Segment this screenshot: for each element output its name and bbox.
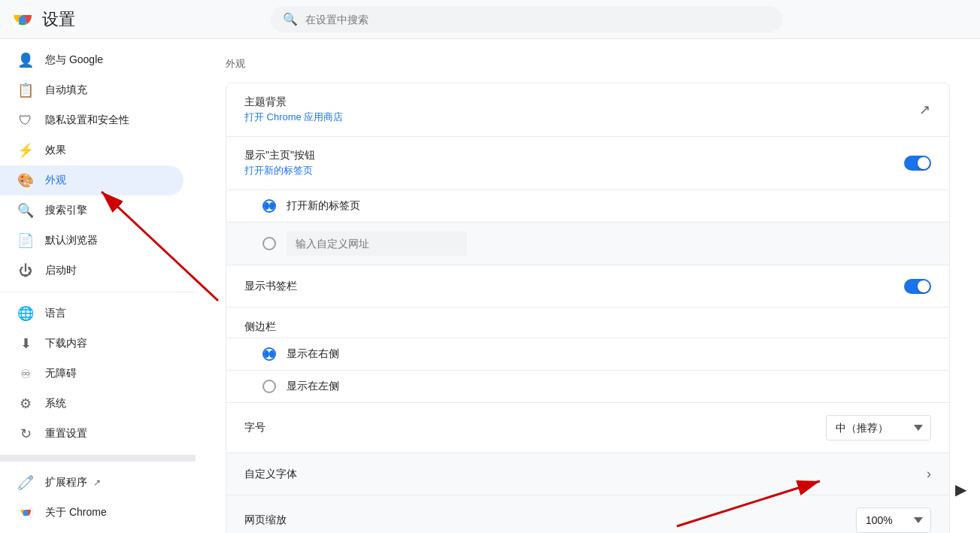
sidebar-label-startup: 启动时 — [45, 264, 77, 277]
sidebar-label-appearance: 外观 — [45, 174, 66, 187]
sidebar-label-search: 搜索引擎 — [45, 204, 87, 217]
theme-row: 主题背景 打开 Chrome 应用商店 ↗ — [226, 83, 949, 137]
sidebar-item-system[interactable]: ⚙ 系统 — [0, 389, 184, 419]
power-icon: ⏻ — [18, 263, 33, 278]
settings-icon: ⚙ — [18, 396, 33, 411]
restore-icon: ↻ — [18, 426, 33, 441]
sidebar-label-privacy: 隐私设置和安全性 — [45, 114, 129, 127]
page-title: 设置 — [42, 8, 75, 31]
search-icon: 🔍 — [283, 12, 298, 26]
home-button-title: 显示"主页"按钮 — [244, 149, 315, 162]
sidebar-right-option[interactable]: 显示在右侧 — [226, 338, 949, 371]
sidebar-label-autofill: 自动填充 — [45, 83, 87, 97]
sidebar-left-label: 显示在左侧 — [287, 380, 339, 393]
sidebar-item-appearance[interactable]: 🎨 外观 — [0, 165, 184, 195]
home-button-toggle[interactable] — [904, 156, 931, 171]
search-nav-icon: 🔍 — [18, 203, 33, 218]
sidebar-right-radio[interactable] — [262, 347, 276, 361]
sidebar-bottom-divider — [0, 455, 196, 462]
bookmarks-title: 显示书签栏 — [244, 280, 297, 293]
sidebar-item-language[interactable]: 🌐 语言 — [0, 298, 184, 329]
top-bar: 设置 🔍 — [0, 0, 980, 39]
person-icon: 👤 — [18, 53, 33, 68]
home-option-newtab[interactable]: 打开新的标签页 — [226, 190, 949, 223]
home-option-newtab-radio[interactable] — [262, 199, 276, 213]
sidebar-section-title: 侧边栏 — [244, 320, 276, 334]
sidebar-label-browser: 默认浏览器 — [45, 234, 98, 247]
chevron-right-icon[interactable]: › — [927, 466, 931, 482]
chrome-logo — [12, 9, 33, 30]
home-option-newtab-label: 打开新的标签页 — [287, 199, 360, 213]
sidebar-item-about[interactable]: 关于 Chrome — [0, 498, 184, 528]
sidebar-item-browser[interactable]: 📄 默认浏览器 — [0, 226, 184, 256]
sidebar-item-accessibility[interactable]: ♾ 无障碍 — [0, 359, 184, 389]
bookmarks-row: 显示书签栏 — [226, 265, 949, 307]
custom-url-input[interactable] — [287, 232, 467, 256]
sidebar-item-autofill[interactable]: 📋 自动填充 — [0, 75, 184, 105]
home-option-custom[interactable] — [226, 223, 949, 265]
content-area: 外观 主题背景 打开 Chrome 应用商店 ↗ 显示"主页"按钮 打开新的标签… — [196, 39, 980, 533]
extensions-row: 扩展程序 ↗ — [45, 476, 101, 489]
sidebar-label-system: 系统 — [45, 397, 66, 410]
sidebar-item-extensions[interactable]: 🧷 扩展程序 ↗ — [0, 468, 184, 498]
svg-point-5 — [23, 510, 29, 516]
home-button-subtitle: 打开新的标签页 — [244, 164, 315, 177]
search-bar-wrap: 🔍 — [271, 6, 782, 32]
sidebar-item-download[interactable]: ⬇ 下载内容 — [0, 329, 184, 359]
palette-icon: 🎨 — [18, 173, 33, 188]
sidebar-item-search[interactable]: 🔍 搜索引擎 — [0, 195, 184, 226]
bookmarks-toggle[interactable] — [904, 279, 931, 294]
section-title: 外观 — [226, 57, 950, 71]
font-size-row: 字号 中（推荐） 极小 小 中（推荐） 大 极大 — [226, 403, 949, 453]
sidebar-label-accessibility: 无障碍 — [45, 367, 77, 380]
zoom-dropdown[interactable]: 75% 90% 100% 110% 125% 150% 175% 200% — [856, 507, 931, 533]
sidebar-divider — [0, 292, 196, 292]
sidebar-label-reset: 重置设置 — [45, 427, 87, 441]
theme-external-link-icon[interactable]: ↗ — [918, 103, 931, 117]
accessibility-icon: ♾ — [18, 366, 33, 381]
custom-font-row[interactable]: 自定义字体 › — [226, 453, 949, 495]
font-size-dropdown[interactable]: 中（推荐） 极小 小 中（推荐） 大 极大 — [826, 415, 931, 441]
search-bar: 🔍 — [271, 6, 782, 32]
custom-font-title: 自定义字体 — [244, 468, 297, 481]
home-button-row-left: 显示"主页"按钮 打开新的标签页 — [244, 149, 315, 177]
home-option-custom-radio[interactable] — [262, 237, 276, 250]
sidebar-right-label: 显示在右侧 — [287, 347, 339, 361]
settings-card: 主题背景 打开 Chrome 应用商店 ↗ 显示"主页"按钮 打开新的标签页 打… — [226, 83, 950, 533]
download-icon: ⬇ — [18, 336, 33, 351]
theme-subtitle[interactable]: 打开 Chrome 应用商店 — [244, 111, 343, 124]
home-button-row: 显示"主页"按钮 打开新的标签页 — [226, 137, 949, 190]
sidebar-item-google[interactable]: 👤 您与 Google — [0, 45, 184, 75]
sidebar: 👤 您与 Google 📋 自动填充 🛡 隐私设置和安全性 ⚡ 效果 🎨 外观 … — [0, 39, 196, 533]
sidebar-item-reset[interactable]: ↻ 重置设置 — [0, 419, 184, 449]
zoom-row: 网页缩放 75% 90% 100% 110% 125% 150% 175% 20… — [226, 495, 949, 533]
main-layout: 👤 您与 Google 📋 自动填充 🛡 隐私设置和安全性 ⚡ 效果 🎨 外观 … — [0, 39, 980, 533]
sidebar-label-download: 下载内容 — [45, 337, 87, 350]
sidebar-item-startup[interactable]: ⏻ 启动时 — [0, 256, 184, 286]
chrome-about-icon — [18, 505, 33, 520]
theme-title: 主题背景 — [244, 95, 343, 109]
speed-icon: ⚡ — [18, 143, 33, 158]
shield-icon: 🛡 — [18, 113, 33, 128]
zoom-title: 网页缩放 — [244, 513, 287, 527]
sidebar-label-about: 关于 Chrome — [45, 506, 107, 519]
sidebar-item-privacy[interactable]: 🛡 隐私设置和安全性 — [0, 105, 184, 135]
sidebar-label-language: 语言 — [45, 307, 66, 320]
description-icon: 📋 — [18, 83, 33, 98]
sidebar-left-option[interactable]: 显示在左侧 — [226, 371, 949, 403]
sidebar-left-radio[interactable] — [262, 380, 276, 393]
svg-point-2 — [19, 16, 26, 23]
sidebar-label-performance: 效果 — [45, 144, 66, 157]
search-input[interactable] — [305, 14, 770, 26]
extension-icon: 🧷 — [18, 475, 33, 490]
theme-row-left: 主题背景 打开 Chrome 应用商店 — [244, 95, 343, 124]
external-link-icon: ↗ — [93, 477, 101, 488]
sidebar-label-google: 您与 Google — [45, 53, 103, 67]
sidebar-label-extensions: 扩展程序 — [45, 476, 87, 489]
web-icon: 📄 — [18, 233, 33, 248]
sidebar-item-performance[interactable]: ⚡ 效果 — [0, 135, 184, 165]
font-size-title: 字号 — [244, 421, 265, 435]
sidebar-section-row: 侧边栏 — [226, 307, 949, 338]
language-icon: 🌐 — [18, 306, 33, 321]
